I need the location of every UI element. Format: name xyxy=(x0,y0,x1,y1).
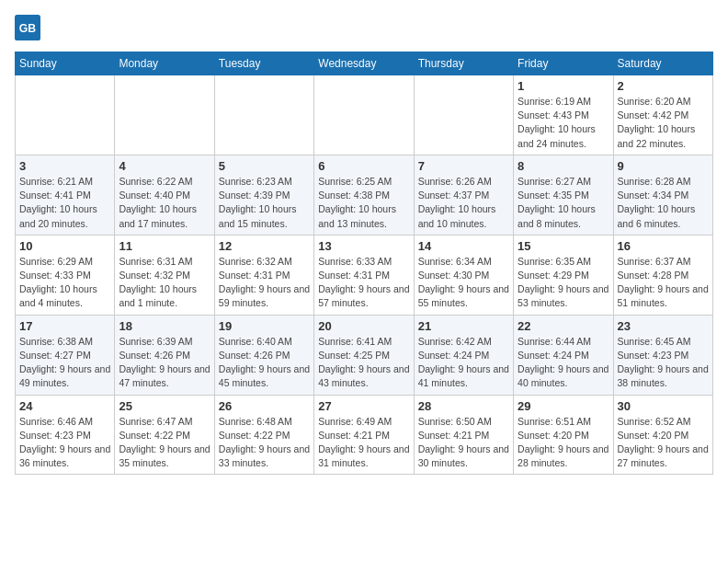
calendar-cell: 9Sunrise: 6:28 AM Sunset: 4:34 PM Daylig… xyxy=(613,155,712,235)
day-info: Sunrise: 6:37 AM Sunset: 4:28 PM Dayligh… xyxy=(618,255,709,311)
calendar-body: 1Sunrise: 6:19 AM Sunset: 4:43 PM Daylig… xyxy=(16,75,713,475)
calendar-cell: 7Sunrise: 6:26 AM Sunset: 4:37 PM Daylig… xyxy=(414,155,513,235)
calendar-cell: 21Sunrise: 6:42 AM Sunset: 4:24 PM Dayli… xyxy=(414,315,513,395)
day-info: Sunrise: 6:42 AM Sunset: 4:24 PM Dayligh… xyxy=(418,335,509,391)
calendar-cell: 17Sunrise: 6:38 AM Sunset: 4:27 PM Dayli… xyxy=(16,315,115,395)
day-number: 26 xyxy=(219,399,310,413)
day-number: 25 xyxy=(119,399,210,413)
calendar-week-row: 17Sunrise: 6:38 AM Sunset: 4:27 PM Dayli… xyxy=(16,315,713,395)
day-info: Sunrise: 6:19 AM Sunset: 4:43 PM Dayligh… xyxy=(518,95,609,151)
calendar-cell: 11Sunrise: 6:31 AM Sunset: 4:32 PM Dayli… xyxy=(115,235,214,315)
calendar-cell: 29Sunrise: 6:51 AM Sunset: 4:20 PM Dayli… xyxy=(514,395,613,475)
calendar-cell xyxy=(115,75,214,155)
day-number: 12 xyxy=(219,239,310,253)
logo-icon: GB xyxy=(15,15,40,40)
day-info: Sunrise: 6:28 AM Sunset: 4:34 PM Dayligh… xyxy=(618,175,709,231)
day-number: 21 xyxy=(418,319,509,333)
day-info: Sunrise: 6:50 AM Sunset: 4:21 PM Dayligh… xyxy=(418,415,509,471)
day-info: Sunrise: 6:25 AM Sunset: 4:38 PM Dayligh… xyxy=(318,175,409,231)
day-number: 5 xyxy=(219,159,310,173)
calendar-week-row: 24Sunrise: 6:46 AM Sunset: 4:23 PM Dayli… xyxy=(16,395,713,475)
day-info: Sunrise: 6:31 AM Sunset: 4:32 PM Dayligh… xyxy=(119,255,210,311)
calendar-cell: 24Sunrise: 6:46 AM Sunset: 4:23 PM Dayli… xyxy=(16,395,115,475)
weekday-header: Thursday xyxy=(414,52,513,75)
day-info: Sunrise: 6:41 AM Sunset: 4:25 PM Dayligh… xyxy=(318,335,409,391)
calendar-cell: 25Sunrise: 6:47 AM Sunset: 4:22 PM Dayli… xyxy=(115,395,214,475)
day-number: 6 xyxy=(318,159,409,173)
day-info: Sunrise: 6:22 AM Sunset: 4:40 PM Dayligh… xyxy=(119,175,210,231)
day-info: Sunrise: 6:20 AM Sunset: 4:42 PM Dayligh… xyxy=(618,95,709,151)
calendar-week-row: 1Sunrise: 6:19 AM Sunset: 4:43 PM Daylig… xyxy=(16,75,713,155)
day-number: 23 xyxy=(618,319,709,333)
day-number: 29 xyxy=(518,399,609,413)
page-header: GB xyxy=(15,15,713,40)
calendar-cell: 16Sunrise: 6:37 AM Sunset: 4:28 PM Dayli… xyxy=(613,235,712,315)
calendar-week-row: 10Sunrise: 6:29 AM Sunset: 4:33 PM Dayli… xyxy=(16,235,713,315)
calendar-cell xyxy=(16,75,115,155)
day-number: 28 xyxy=(418,399,509,413)
day-number: 10 xyxy=(19,239,110,253)
calendar-cell: 22Sunrise: 6:44 AM Sunset: 4:24 PM Dayli… xyxy=(514,315,613,395)
calendar-cell: 23Sunrise: 6:45 AM Sunset: 4:23 PM Dayli… xyxy=(613,315,712,395)
calendar-cell: 18Sunrise: 6:39 AM Sunset: 4:26 PM Dayli… xyxy=(115,315,214,395)
day-number: 2 xyxy=(618,79,709,93)
day-info: Sunrise: 6:48 AM Sunset: 4:22 PM Dayligh… xyxy=(219,415,310,471)
day-info: Sunrise: 6:49 AM Sunset: 4:21 PM Dayligh… xyxy=(318,415,409,471)
day-number: 3 xyxy=(19,159,110,173)
logo: GB xyxy=(15,15,44,40)
calendar-cell: 15Sunrise: 6:35 AM Sunset: 4:29 PM Dayli… xyxy=(514,235,613,315)
weekday-header: Friday xyxy=(514,52,613,75)
day-info: Sunrise: 6:45 AM Sunset: 4:23 PM Dayligh… xyxy=(618,335,709,391)
day-info: Sunrise: 6:32 AM Sunset: 4:31 PM Dayligh… xyxy=(219,255,310,311)
day-number: 27 xyxy=(318,399,409,413)
calendar-cell xyxy=(414,75,513,155)
day-number: 15 xyxy=(518,239,609,253)
day-info: Sunrise: 6:38 AM Sunset: 4:27 PM Dayligh… xyxy=(19,335,110,391)
day-info: Sunrise: 6:40 AM Sunset: 4:26 PM Dayligh… xyxy=(219,335,310,391)
day-number: 14 xyxy=(418,239,509,253)
calendar-cell: 12Sunrise: 6:32 AM Sunset: 4:31 PM Dayli… xyxy=(214,235,313,315)
day-number: 9 xyxy=(618,159,709,173)
calendar-cell: 3Sunrise: 6:21 AM Sunset: 4:41 PM Daylig… xyxy=(16,155,115,235)
calendar-cell: 13Sunrise: 6:33 AM Sunset: 4:31 PM Dayli… xyxy=(314,235,414,315)
day-number: 20 xyxy=(318,319,409,333)
calendar-cell xyxy=(214,75,313,155)
calendar-cell: 14Sunrise: 6:34 AM Sunset: 4:30 PM Dayli… xyxy=(414,235,513,315)
calendar-cell: 5Sunrise: 6:23 AM Sunset: 4:39 PM Daylig… xyxy=(214,155,313,235)
day-info: Sunrise: 6:44 AM Sunset: 4:24 PM Dayligh… xyxy=(518,335,609,391)
day-number: 18 xyxy=(119,319,210,333)
calendar-cell: 19Sunrise: 6:40 AM Sunset: 4:26 PM Dayli… xyxy=(214,315,313,395)
calendar-cell: 27Sunrise: 6:49 AM Sunset: 4:21 PM Dayli… xyxy=(314,395,414,475)
day-info: Sunrise: 6:34 AM Sunset: 4:30 PM Dayligh… xyxy=(418,255,509,311)
weekday-header: Saturday xyxy=(613,52,712,75)
day-info: Sunrise: 6:23 AM Sunset: 4:39 PM Dayligh… xyxy=(219,175,310,231)
day-number: 11 xyxy=(119,239,210,253)
calendar-cell: 8Sunrise: 6:27 AM Sunset: 4:35 PM Daylig… xyxy=(514,155,613,235)
day-info: Sunrise: 6:29 AM Sunset: 4:33 PM Dayligh… xyxy=(19,255,110,311)
day-info: Sunrise: 6:52 AM Sunset: 4:20 PM Dayligh… xyxy=(618,415,709,471)
calendar-cell: 26Sunrise: 6:48 AM Sunset: 4:22 PM Dayli… xyxy=(214,395,313,475)
day-number: 1 xyxy=(518,79,609,93)
calendar-cell: 2Sunrise: 6:20 AM Sunset: 4:42 PM Daylig… xyxy=(613,75,712,155)
day-number: 19 xyxy=(219,319,310,333)
day-info: Sunrise: 6:47 AM Sunset: 4:22 PM Dayligh… xyxy=(119,415,210,471)
day-info: Sunrise: 6:46 AM Sunset: 4:23 PM Dayligh… xyxy=(19,415,110,471)
calendar-cell: 28Sunrise: 6:50 AM Sunset: 4:21 PM Dayli… xyxy=(414,395,513,475)
calendar-cell: 1Sunrise: 6:19 AM Sunset: 4:43 PM Daylig… xyxy=(514,75,613,155)
calendar-table: SundayMondayTuesdayWednesdayThursdayFrid… xyxy=(15,52,713,475)
day-info: Sunrise: 6:26 AM Sunset: 4:37 PM Dayligh… xyxy=(418,175,509,231)
day-number: 7 xyxy=(418,159,509,173)
day-info: Sunrise: 6:39 AM Sunset: 4:26 PM Dayligh… xyxy=(119,335,210,391)
day-info: Sunrise: 6:33 AM Sunset: 4:31 PM Dayligh… xyxy=(318,255,409,311)
svg-text:GB: GB xyxy=(19,22,37,35)
day-number: 8 xyxy=(518,159,609,173)
calendar-week-row: 3Sunrise: 6:21 AM Sunset: 4:41 PM Daylig… xyxy=(16,155,713,235)
day-number: 4 xyxy=(119,159,210,173)
day-number: 17 xyxy=(19,319,110,333)
calendar-cell: 4Sunrise: 6:22 AM Sunset: 4:40 PM Daylig… xyxy=(115,155,214,235)
calendar-cell: 10Sunrise: 6:29 AM Sunset: 4:33 PM Dayli… xyxy=(16,235,115,315)
day-info: Sunrise: 6:51 AM Sunset: 4:20 PM Dayligh… xyxy=(518,415,609,471)
calendar-header: SundayMondayTuesdayWednesdayThursdayFrid… xyxy=(16,52,713,75)
calendar-cell: 20Sunrise: 6:41 AM Sunset: 4:25 PM Dayli… xyxy=(314,315,414,395)
day-number: 24 xyxy=(19,399,110,413)
